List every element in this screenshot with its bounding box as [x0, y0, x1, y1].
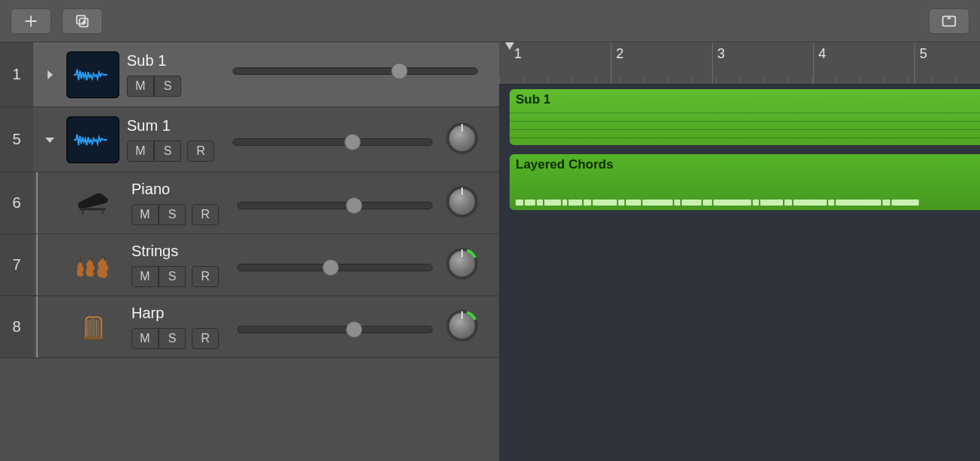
track-number: 1	[0, 42, 33, 107]
arrange-area[interactable]: 1 2 3 4 5 Sub 1 Layered Chords	[499, 42, 980, 461]
region-label: Layered Chords	[516, 157, 613, 172]
region[interactable]: Layered Chords	[510, 154, 980, 210]
harp-icon	[73, 314, 114, 340]
toolbar	[0, 0, 980, 42]
volume-slider[interactable]	[233, 135, 433, 150]
region-label: Sub 1	[516, 92, 550, 107]
pan-knob[interactable]	[446, 248, 478, 280]
track-icon[interactable]	[63, 242, 124, 289]
record-enable-button[interactable]: R	[187, 141, 214, 162]
bar-number: 2	[616, 46, 624, 62]
region-lane[interactable]	[499, 215, 980, 277]
group-indicator	[36, 172, 38, 234]
disclosure-button[interactable]	[41, 69, 59, 81]
region-lane[interactable]	[499, 277, 980, 339]
bar-number: 5	[920, 46, 927, 62]
track-row[interactable]: 5 Sum 1 M S R	[0, 107, 499, 172]
track-number: 7	[0, 234, 33, 295]
track-name[interactable]: Harp	[131, 305, 230, 322]
track-icon[interactable]	[66, 51, 119, 98]
region-lane[interactable]: Sub 1	[499, 85, 980, 150]
add-track-button[interactable]	[11, 8, 51, 34]
group-indicator	[36, 296, 38, 357]
svg-rect-3	[79, 208, 105, 210]
pan-knob[interactable]	[446, 186, 478, 218]
track-number: 5	[0, 107, 33, 172]
group-indicator	[36, 234, 38, 295]
track-name[interactable]: Piano	[131, 181, 230, 198]
track-number: 6	[0, 172, 33, 234]
catch-icon	[941, 13, 957, 29]
solo-button[interactable]: S	[154, 76, 181, 97]
region[interactable]: Sub 1	[510, 89, 980, 145]
track-row[interactable]: 6 Piano M S R	[0, 172, 499, 234]
track-name[interactable]: Sub 1	[127, 52, 225, 70]
catch-playhead-button[interactable]	[929, 8, 969, 34]
solo-button[interactable]: S	[159, 204, 186, 225]
mute-button[interactable]: M	[127, 76, 154, 97]
record-enable-button[interactable]: R	[192, 266, 219, 287]
mute-button[interactable]: M	[131, 266, 159, 287]
waveform-icon	[72, 62, 113, 88]
midi-notes	[516, 177, 974, 206]
pan-knob[interactable]	[446, 122, 478, 154]
mute-button[interactable]: M	[131, 328, 159, 349]
solo-button[interactable]: S	[159, 266, 186, 287]
piano-icon	[73, 190, 114, 216]
track-icon[interactable]	[63, 180, 124, 227]
volume-slider[interactable]	[237, 198, 433, 213]
chevron-right-icon	[44, 69, 56, 81]
volume-slider[interactable]	[237, 322, 433, 337]
waveform-icon	[72, 127, 113, 153]
svg-rect-15	[84, 336, 103, 339]
duplicate-icon	[74, 13, 91, 29]
track-icon[interactable]	[66, 116, 119, 163]
bar-number: 3	[717, 46, 725, 62]
track-row[interactable]: 7	[0, 234, 499, 296]
track-number: 8	[0, 296, 33, 357]
track-row[interactable]: 1 Sub 1 M S	[0, 42, 499, 107]
plus-icon	[23, 13, 39, 29]
chevron-down-icon	[44, 134, 56, 146]
tracks-panel: 1 Sub 1 M S	[0, 42, 499, 461]
solo-button[interactable]: S	[154, 141, 181, 162]
track-name[interactable]: Strings	[131, 243, 230, 260]
svg-rect-5	[102, 208, 103, 214]
region-lane[interactable]: Layered Chords	[499, 150, 980, 215]
track-name[interactable]: Sum 1	[127, 117, 225, 135]
volume-slider[interactable]	[233, 63, 478, 79]
solo-button[interactable]: S	[159, 328, 186, 349]
record-enable-button[interactable]: R	[192, 204, 219, 225]
bar-number: 4	[818, 46, 826, 62]
region-lane[interactable]	[499, 339, 980, 401]
volume-slider[interactable]	[237, 260, 433, 275]
bar-number: 1	[514, 46, 522, 62]
svg-rect-4	[82, 210, 84, 215]
timeline-ruler[interactable]: 1 2 3 4 5	[499, 42, 980, 85]
duplicate-track-button[interactable]	[62, 8, 103, 34]
strings-icon	[73, 252, 114, 278]
disclosure-button[interactable]	[41, 134, 59, 146]
track-row[interactable]: 8 Harp	[0, 296, 499, 358]
record-enable-button[interactable]: R	[192, 328, 219, 349]
pan-knob[interactable]	[446, 310, 478, 342]
track-icon[interactable]	[63, 304, 124, 351]
mute-button[interactable]: M	[127, 141, 154, 162]
mute-button[interactable]: M	[131, 204, 159, 225]
